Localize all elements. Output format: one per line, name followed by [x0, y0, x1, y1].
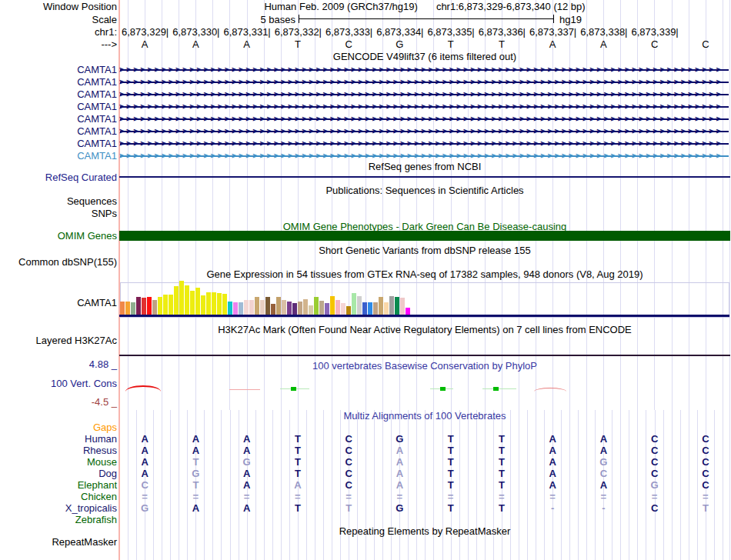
species-label-human[interactable]: Human [0, 433, 117, 445]
track-label-refseq-curated[interactable]: RefSeq Curated [0, 172, 117, 183]
gtex-expression-bar[interactable] [298, 302, 302, 315]
gtex-expression-bar[interactable] [368, 302, 372, 315]
gtex-expression-bar[interactable] [319, 301, 324, 315]
gtex-expression-bar[interactable] [373, 302, 378, 315]
gtex-expression-bar[interactable] [201, 295, 205, 315]
species-label-chicken[interactable]: Chicken [0, 491, 117, 502]
refseq-curated-item[interactable] [119, 176, 730, 178]
species-label-dog[interactable]: Dog [0, 468, 117, 479]
gtex-expression-bar[interactable] [163, 295, 168, 315]
gtex-expression-bar[interactable] [217, 293, 222, 315]
gtex-expression-bar[interactable] [303, 299, 308, 315]
gtex-expression-bar[interactable] [228, 302, 232, 315]
gtex-expression-bar[interactable] [265, 297, 270, 315]
gtex-expression-bar[interactable] [335, 300, 340, 315]
gtex-expression-bar[interactable] [346, 306, 351, 315]
species-label-elephant[interactable]: Elephant [0, 479, 117, 491]
gtex-expression-bar[interactable] [389, 296, 394, 315]
gene-transcript-row[interactable]: >>>>>>>>>>>>>>>>>>>>>>>>>>>>>>>>>>>>>>>>… [119, 150, 729, 162]
gtex-expression-bar[interactable] [276, 297, 281, 315]
alignment-base: A [392, 468, 407, 479]
gene-label[interactable]: CAMTA1 [0, 138, 117, 150]
gene-strand-arrows: >>>>>>>>>>>>>>>>>>>>>>>>>>>>>>>>>>>>>>>>… [119, 76, 729, 88]
gtex-expression-bar[interactable] [400, 298, 405, 315]
track-label-common-dbsnp[interactable]: Common dbSNP(155) [0, 256, 117, 268]
alignment-base: - [596, 502, 611, 514]
species-label-mouse[interactable]: Mouse [0, 456, 117, 468]
gtex-expression-bar[interactable] [271, 304, 275, 315]
gtex-expression-bar[interactable] [255, 297, 259, 315]
species-label-rhesus[interactable]: Rhesus [0, 445, 117, 456]
gtex-expression-bar[interactable] [406, 308, 410, 315]
gtex-expression-bar[interactable] [249, 300, 254, 315]
track-label-sequences[interactable]: Sequences [0, 195, 117, 207]
gtex-expression-bar[interactable] [158, 297, 162, 315]
gtex-expression-bar[interactable] [292, 303, 297, 315]
gene-transcript-row[interactable]: >>>>>>>>>>>>>>>>>>>>>>>>>>>>>>>>>>>>>>>>… [119, 76, 729, 88]
gtex-expression-bar[interactable] [384, 302, 389, 315]
gtex-expression-bar[interactable] [152, 300, 157, 315]
gtex-expression-bar[interactable] [136, 297, 141, 315]
gtex-expression-bar[interactable] [233, 302, 238, 315]
gtex-expression-bar[interactable] [222, 294, 227, 315]
gene-label[interactable]: CAMTA1 [0, 88, 117, 101]
gene-label[interactable]: CAMTA1 [0, 101, 117, 113]
species-label-zebrafish[interactable]: Zebrafish [0, 514, 117, 525]
gene-label[interactable]: CAMTA1 [0, 150, 117, 162]
track-label-repeatmasker[interactable]: RepeatMasker [0, 536, 117, 548]
gtex-expression-bar[interactable] [357, 296, 362, 315]
omim-gene-item[interactable] [119, 231, 730, 241]
gtex-expression-bar[interactable] [185, 285, 189, 315]
gene-transcript-row[interactable]: >>>>>>>>>>>>>>>>>>>>>>>>>>>>>>>>>>>>>>>>… [119, 88, 729, 101]
alignment-base: C [698, 468, 713, 479]
gtex-expression-bar[interactable] [325, 303, 329, 315]
gtex-expression-bar[interactable] [379, 297, 383, 315]
gene-transcript-row[interactable]: >>>>>>>>>>>>>>>>>>>>>>>>>>>>>>>>>>>>>>>>… [119, 138, 729, 150]
gene-label[interactable]: CAMTA1 [0, 125, 117, 138]
gtex-expression-bar[interactable] [120, 302, 125, 315]
window-position-header: Human Feb. 2009 (GRCh37/hg19)chr1:6,873,… [119, 1, 730, 12]
ucsc-genome-browser-image: Human Feb. 2009 (GRCh37/hg19)chr1:6,873,… [0, 0, 731, 560]
gene-transcript-row[interactable]: >>>>>>>>>>>>>>>>>>>>>>>>>>>>>>>>>>>>>>>>… [119, 101, 729, 113]
gtex-expression-bar[interactable] [314, 297, 319, 315]
gtex-expression-bar[interactable] [131, 302, 135, 315]
alignment-base: T [290, 502, 305, 514]
gtex-expression-bar[interactable] [341, 303, 345, 315]
gtex-expression-bar[interactable] [352, 293, 356, 315]
track-label-gtex-gene[interactable]: CAMTA1 [0, 297, 117, 308]
gtex-expression-bar[interactable] [282, 300, 286, 315]
gtex-expression-bar[interactable] [309, 305, 313, 315]
species-label-x_tropicalis[interactable]: X_tropicalis [0, 502, 117, 514]
species-label-gaps[interactable]: Gaps [0, 422, 117, 433]
gtex-expression-bar[interactable] [142, 298, 146, 315]
gtex-expression-bar[interactable] [147, 297, 152, 315]
gene-label[interactable]: CAMTA1 [0, 64, 117, 76]
gene-label[interactable]: CAMTA1 [0, 113, 117, 125]
h3k27ac-baseline [119, 355, 730, 356]
alignment-base: T [494, 445, 509, 456]
gtex-expression-bar[interactable] [212, 292, 216, 315]
gene-transcript-row[interactable]: >>>>>>>>>>>>>>>>>>>>>>>>>>>>>>>>>>>>>>>>… [119, 113, 729, 125]
gtex-expression-bar[interactable] [195, 288, 200, 315]
phylop-mark-red [125, 385, 161, 392]
gtex-expression-bar[interactable] [174, 286, 179, 315]
gtex-expression-bar[interactable] [330, 296, 335, 315]
gtex-expression-bar[interactable] [239, 302, 243, 315]
gene-label[interactable]: CAMTA1 [0, 76, 117, 88]
track-label-h3k27ac[interactable]: Layered H3K27Ac [0, 335, 117, 346]
gtex-expression-bar[interactable] [190, 291, 195, 315]
gtex-expression-bar[interactable] [362, 302, 367, 315]
gene-transcript-row[interactable]: >>>>>>>>>>>>>>>>>>>>>>>>>>>>>>>>>>>>>>>>… [119, 125, 729, 138]
gtex-expression-bar[interactable] [125, 302, 130, 315]
track-label-100-vert-cons[interactable]: 100 Vert. Cons [0, 378, 117, 389]
gtex-expression-bar[interactable] [179, 281, 184, 315]
gtex-expression-bar[interactable] [206, 292, 211, 315]
track-label-snps[interactable]: SNPs [0, 208, 117, 219]
track-label-omim-genes[interactable]: OMIM Genes [0, 230, 117, 242]
gtex-expression-bar[interactable] [260, 300, 265, 315]
gene-transcript-row[interactable]: >>>>>>>>>>>>>>>>>>>>>>>>>>>>>>>>>>>>>>>>… [119, 64, 729, 76]
gtex-expression-bar[interactable] [287, 302, 292, 315]
gtex-expression-bar[interactable] [244, 300, 249, 315]
gtex-expression-bar[interactable] [395, 297, 399, 315]
gtex-expression-bar[interactable] [169, 295, 173, 315]
